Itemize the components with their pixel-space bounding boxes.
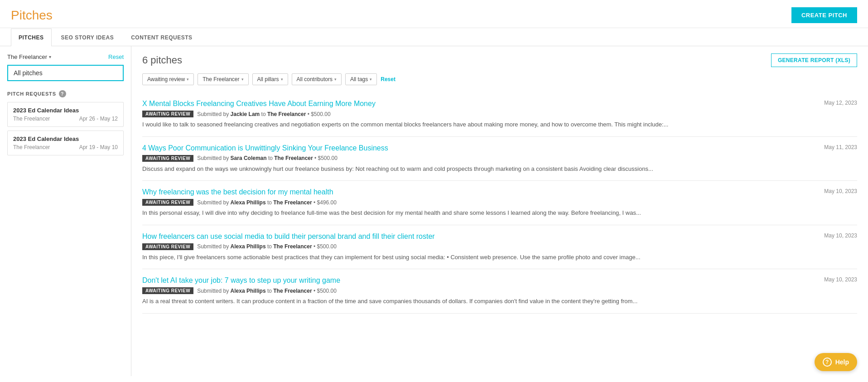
pitch-meta-text: Submitted by Alexa Phillips to The Freel… bbox=[197, 288, 337, 294]
filters-row: Awaiting review ▾ The Freelancer ▾ All p… bbox=[142, 73, 857, 85]
all-contributors-chevron: ▾ bbox=[334, 77, 337, 82]
pitch-item: Why freelancing was the best decision fo… bbox=[142, 181, 857, 225]
all-contributors-filter[interactable]: All contributors ▾ bbox=[292, 73, 342, 85]
all-tags-chevron: ▾ bbox=[370, 77, 372, 82]
generate-report-button[interactable]: GENERATE REPORT (XLS) bbox=[771, 53, 857, 67]
pitch-title[interactable]: How freelancers can use social media to … bbox=[142, 232, 815, 241]
page-title: Pitches bbox=[11, 8, 53, 23]
sidebar-reset-link[interactable]: Reset bbox=[108, 53, 124, 60]
pitch-request-title: 2023 Ed Calendar Ideas bbox=[13, 107, 118, 114]
page-header: Pitches CREATE PITCH bbox=[0, 0, 868, 28]
pitch-item: X Mental Blocks Freelancing Creatives Ha… bbox=[142, 92, 857, 137]
awaiting-review-badge: AWAITING REVIEW bbox=[142, 287, 193, 294]
awaiting-review-filter[interactable]: Awaiting review ▾ bbox=[142, 73, 194, 85]
all-contributors-label: All contributors bbox=[297, 76, 333, 82]
pitch-date: May 12, 2023 bbox=[824, 100, 857, 106]
all-tags-filter[interactable]: All tags ▾ bbox=[345, 73, 377, 85]
pitch-title[interactable]: Don't let AI take your job: 7 ways to st… bbox=[142, 276, 815, 285]
pitch-item: Don't let AI take your job: 7 ways to st… bbox=[142, 269, 857, 314]
pitch-item-header: X Mental Blocks Freelancing Creatives Ha… bbox=[142, 100, 857, 108]
pitch-requests-help-icon[interactable]: ? bbox=[59, 90, 66, 97]
pitch-meta-text: Submitted by Jackie Lam to The Freelance… bbox=[197, 111, 330, 117]
awaiting-review-badge: AWAITING REVIEW bbox=[142, 243, 193, 250]
pitch-date: May 10, 2023 bbox=[824, 188, 857, 194]
awaiting-review-badge: AWAITING REVIEW bbox=[142, 111, 193, 117]
pitch-meta-row: AWAITING REVIEW Submitted by Alexa Phill… bbox=[142, 287, 857, 294]
tabs-bar: PITCHES SEO STORY IDEAS CONTENT REQUESTS bbox=[0, 28, 868, 46]
pitch-meta-text: Submitted by Alexa Phillips to The Freel… bbox=[197, 199, 337, 206]
pitch-meta-row: AWAITING REVIEW Submitted by Jackie Lam … bbox=[142, 111, 857, 117]
help-button[interactable]: ? Help bbox=[815, 353, 857, 371]
all-pillars-chevron: ▾ bbox=[281, 77, 283, 82]
main-layout: The Freelancer ▾ Reset PITCH REQUESTS ? … bbox=[0, 46, 868, 376]
pitch-title[interactable]: 4 Ways Poor Communication is Unwittingly… bbox=[142, 144, 815, 152]
pitch-item-header: 4 Ways Poor Communication is Unwittingly… bbox=[142, 144, 857, 152]
sidebar-filter-header: The Freelancer ▾ Reset bbox=[7, 53, 124, 60]
all-tags-label: All tags bbox=[350, 76, 368, 82]
search-input[interactable] bbox=[7, 65, 124, 81]
pitch-request-date-range: Apr 26 - May 12 bbox=[79, 116, 118, 122]
tab-content-requests[interactable]: CONTENT REQUESTS bbox=[123, 29, 200, 46]
pitch-meta-row: AWAITING REVIEW Submitted by Sara Colema… bbox=[142, 155, 857, 162]
content-area: 6 pitches GENERATE REPORT (XLS) Awaiting… bbox=[131, 46, 868, 376]
pitch-excerpt: Discuss and expand on the ways we unknow… bbox=[142, 164, 857, 174]
help-label: Help bbox=[835, 358, 849, 366]
pitch-meta-row: AWAITING REVIEW Submitted by Alexa Phill… bbox=[142, 199, 857, 206]
awaiting-review-badge: AWAITING REVIEW bbox=[142, 155, 193, 162]
awaiting-review-label: Awaiting review bbox=[147, 76, 185, 82]
pitch-request-date-range: Apr 19 - May 10 bbox=[79, 144, 118, 150]
pitch-request-item[interactable]: 2023 Ed Calendar Ideas The Freelancer Ap… bbox=[7, 102, 124, 127]
pitch-requests-section-title: PITCH REQUESTS ? bbox=[7, 90, 124, 97]
pitch-date: May 10, 2023 bbox=[824, 232, 857, 239]
pitch-date: May 10, 2023 bbox=[824, 276, 857, 283]
pitch-meta-text: Submitted by Alexa Phillips to The Freel… bbox=[197, 243, 337, 250]
pitch-request-item[interactable]: 2023 Ed Calendar Ideas The Freelancer Ap… bbox=[7, 131, 124, 155]
publication-filter-chevron: ▾ bbox=[241, 77, 244, 82]
publication-filter[interactable]: The Freelancer ▾ bbox=[198, 73, 248, 85]
pitch-item: How freelancers can use social media to … bbox=[142, 225, 857, 270]
pitches-count: 6 pitches bbox=[142, 54, 182, 66]
pitch-request-meta: The Freelancer Apr 26 - May 12 bbox=[13, 116, 118, 122]
pitch-item-header: Why freelancing was the best decision fo… bbox=[142, 188, 857, 196]
sidebar-publication-filter[interactable]: The Freelancer ▾ bbox=[7, 53, 51, 60]
awaiting-review-chevron: ▾ bbox=[187, 77, 189, 82]
pitch-item-header: How freelancers can use social media to … bbox=[142, 232, 857, 241]
pitch-request-title: 2023 Ed Calendar Ideas bbox=[13, 135, 118, 142]
pitch-date: May 11, 2023 bbox=[824, 144, 857, 150]
tab-seo-story-ideas[interactable]: SEO STORY IDEAS bbox=[53, 29, 122, 46]
awaiting-review-badge: AWAITING REVIEW bbox=[142, 199, 193, 206]
pitch-excerpt: I would like to talk to seasoned freelan… bbox=[142, 120, 857, 129]
pitch-excerpt: In this piece, I'll give freelancers som… bbox=[142, 253, 857, 262]
pitch-title[interactable]: X Mental Blocks Freelancing Creatives Ha… bbox=[142, 100, 815, 108]
pitch-request-meta: The Freelancer Apr 19 - May 10 bbox=[13, 144, 118, 150]
pitch-request-publication: The Freelancer bbox=[13, 144, 50, 150]
pitch-excerpt: In this personal essay, I will dive into… bbox=[142, 208, 857, 218]
sidebar: The Freelancer ▾ Reset PITCH REQUESTS ? … bbox=[0, 46, 131, 376]
pitch-meta-text: Submitted by Sara Coleman to The Freelan… bbox=[197, 155, 338, 161]
create-pitch-button[interactable]: CREATE PITCH bbox=[791, 7, 857, 23]
publication-label: The Freelancer bbox=[7, 53, 47, 60]
pitch-title[interactable]: Why freelancing was the best decision fo… bbox=[142, 188, 815, 196]
pitch-request-publication: The Freelancer bbox=[13, 116, 50, 122]
all-pillars-label: All pillars bbox=[257, 76, 279, 82]
help-circle-icon: ? bbox=[823, 358, 832, 367]
publication-filter-label: The Freelancer bbox=[203, 76, 239, 82]
content-header: 6 pitches GENERATE REPORT (XLS) bbox=[142, 53, 857, 67]
pitch-meta-row: AWAITING REVIEW Submitted by Alexa Phill… bbox=[142, 243, 857, 250]
tab-pitches[interactable]: PITCHES bbox=[11, 29, 52, 46]
publication-chevron: ▾ bbox=[49, 54, 51, 59]
pitch-excerpt: AI is a real threat to content writers. … bbox=[142, 297, 857, 306]
filters-reset-link[interactable]: Reset bbox=[381, 76, 395, 82]
pitch-item: 4 Ways Poor Communication is Unwittingly… bbox=[142, 137, 857, 181]
pitch-list: X Mental Blocks Freelancing Creatives Ha… bbox=[142, 92, 857, 314]
pitch-item-header: Don't let AI take your job: 7 ways to st… bbox=[142, 276, 857, 285]
all-pillars-filter[interactable]: All pillars ▾ bbox=[252, 73, 288, 85]
